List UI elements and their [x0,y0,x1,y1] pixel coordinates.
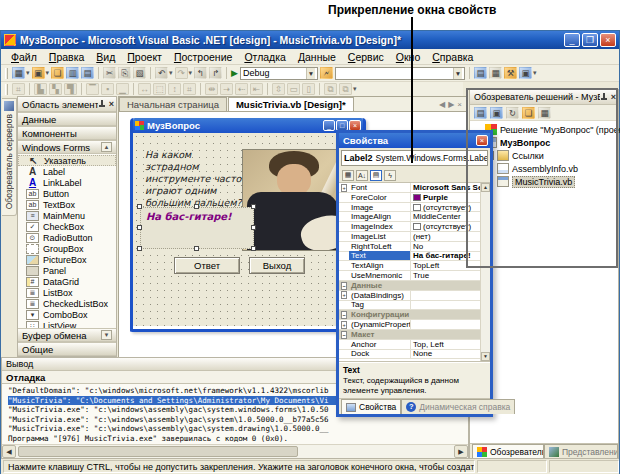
property-value[interactable]: (нет) [411,232,480,241]
toolbox-header[interactable]: Область элементов × [18,97,116,112]
selection-handle[interactable] [251,204,256,209]
start-debug-icon[interactable]: ▶ [231,68,238,78]
properties-window-icon[interactable]: ▦ [489,67,502,79]
solution-explorer-header[interactable]: Обозреватель решений - МузВопрос × [470,90,618,105]
property-name[interactable]: ImageIndex [349,222,411,231]
close-icon[interactable]: × [611,93,616,102]
align-lefts-icon[interactable]: ▙ [34,83,47,95]
property-value[interactable]: (отсутствует) [411,222,480,231]
tree-item-label[interactable]: AssemblyInfo.vb [512,164,578,174]
toolbox-section-data[interactable]: Данные [18,112,116,126]
close-icon[interactable]: × [476,135,488,146]
property-name[interactable]: ImageAlign [349,212,411,221]
tree-item-label[interactable]: MusicTrivia.vb [512,176,575,188]
form-body[interactable]: На каком эстрадном инструменте часто игр… [133,133,363,326]
alphabetical-icon[interactable]: A↓ [356,170,368,181]
menu-item-Сервис[interactable]: Сервис [342,50,390,64]
decrease-spacing-icon[interactable]: ⇠ [235,83,248,95]
property-name[interactable]: (DynamicProperties) [349,320,411,329]
property-row-ImageIndex[interactable]: ImageIndex(отсутствует) [339,222,480,232]
align-middles-icon[interactable]: ▪ [101,83,114,95]
scroll-left-icon[interactable]: ◀ [2,445,16,458]
exit-button[interactable]: Выход [249,257,305,274]
tab-scroll-right-icon[interactable]: ▶ [448,100,454,109]
toolbox-item-listbox[interactable]: ≣ListBox [18,287,116,298]
toolbox-section-windows-forms[interactable]: Windows Forms ▲ [18,140,116,154]
plus-box-icon[interactable]: + [341,184,346,192]
menu-item-Правка[interactable]: Правка [43,50,90,64]
server-explorer-tab[interactable]: Обозреватель серверов [2,98,17,216]
minus-box-icon[interactable]: − [341,311,346,319]
minus-box-icon[interactable]: − [341,282,346,290]
make-same-width-icon[interactable]: ↔ [138,83,151,95]
align-centers-icon[interactable]: ▚ [49,83,62,95]
new-project-icon[interactable]: ▦ [12,67,25,79]
property-row-UseMnemonic[interactable]: UseMnemonicTrue [339,271,480,281]
close-icon[interactable]: × [109,100,114,109]
scroll-up-icon[interactable]: ▲ [101,142,112,152]
remove-spacing-icon[interactable]: ⇤ [250,83,263,95]
question-label[interactable]: На каком эстрадном инструменте часто игр… [145,149,243,209]
paste-icon[interactable]: ▧ [133,67,146,79]
menu-item-Справка[interactable]: Справка [426,50,479,64]
toolbox-item-textbox[interactable]: abTextBox [18,199,116,210]
toolbox-item-label[interactable]: ALabel [18,166,116,177]
properties-title-bar[interactable]: Свойства × [339,133,490,148]
category-collapse-icon[interactable]: − [339,331,349,339]
minimize-button[interactable]: _ [564,33,580,47]
toolbox-item-linklabel[interactable]: ALinkLabel [18,177,116,188]
toolbox-item-checkedlistbox[interactable]: ≣CheckedListBox [18,298,116,309]
tree-item-label[interactable]: Ссылки [512,151,544,161]
property-name[interactable]: (DataBindings) [349,291,411,300]
bring-to-front-icon[interactable]: ⧉ [324,83,337,95]
property-row-(DynamicProperties)[interactable]: +(DynamicProperties) [339,320,480,330]
combo-arrow-icon[interactable]: ▼ [453,68,462,79]
designed-form[interactable]: МузВопрос _ □ × На каком эстрадном инстр… [130,118,366,332]
events-icon[interactable]: ϟ [384,170,396,181]
toolbox-item-panel[interactable]: Panel [18,265,116,276]
toolbox-icon[interactable]: ⚒ [504,67,517,79]
scroll-right-icon[interactable]: ▶ [454,445,468,458]
property-row-Tag[interactable]: Tag [339,301,480,311]
output-line[interactable]: "MusicTrivia.exe": "c:\windows\assembly\… [8,424,468,434]
menu-item-Отладка[interactable]: Отладка [238,50,292,64]
property-name[interactable]: RightToLeft [349,242,411,251]
menu-item-Построение[interactable]: Построение [168,50,238,64]
build-icon[interactable]: 🗲 [320,67,333,79]
property-grid-scrollbar[interactable]: ▲ ▼ [480,183,490,361]
property-expander[interactable]: + [339,321,349,329]
solution-explorer-icon[interactable]: ▤ [474,67,487,79]
selection-handle[interactable] [137,204,142,209]
property-name[interactable]: Tag [349,300,411,309]
property-value[interactable]: None [411,349,480,358]
property-name[interactable]: Font [349,183,411,192]
property-row-ImageList[interactable]: ImageList(нет) [339,232,480,242]
redo-icon[interactable]: ↷ [175,67,188,79]
property-row-ImageAlign[interactable]: ImageAlignMiddleCenter [339,212,480,222]
answer-button[interactable]: Ответ [174,257,240,274]
toolbox-section-components[interactable]: Компоненты [18,126,116,140]
undo-icon[interactable]: ↶ [155,67,168,79]
tab-Представление...[interactable]: Представление... [544,444,618,458]
answer-label-selected[interactable]: На бас-гитаре! [140,207,254,249]
find-combo[interactable]: ▼ [335,67,465,80]
property-category-Макет[interactable]: −Макет [339,330,480,340]
property-name[interactable]: ImageList [349,232,411,241]
restore-button[interactable]: ❐ [582,33,598,47]
view-designer-icon[interactable]: ▣ [490,107,503,119]
property-value[interactable]: На бас-гитаре! [411,251,480,260]
menu-item-Проект[interactable]: Проект [121,50,168,64]
scroll-up-icon[interactable]: ▲ [481,183,490,192]
toolbox-item-radiobutton[interactable]: ⊙RadioButton [18,232,116,243]
navigate-forward-icon[interactable]: ↱ [209,67,222,79]
output-hscrollbar[interactable]: ◀ ▶ [2,444,468,458]
selection-handle[interactable] [137,246,142,251]
toolbox-item-button[interactable]: abButton [18,188,116,199]
combo-arrow-icon[interactable]: ▼ [306,68,315,79]
align-rights-icon[interactable]: ▜ [64,83,77,95]
increase-spacing-icon[interactable]: ⇢ [220,83,233,95]
plus-box-icon[interactable]: + [341,291,346,299]
center-vertically-icon[interactable]: ▯ [302,83,315,95]
menu-item-Вид[interactable]: Вид [90,50,121,64]
property-value[interactable]: Top, Left [411,340,480,349]
